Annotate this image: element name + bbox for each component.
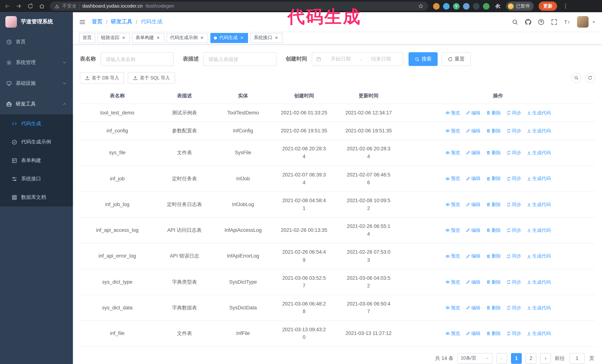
browser-reload-icon[interactable]: [27, 3, 33, 10]
action-sync[interactable]: 同步: [506, 227, 521, 234]
action-preview[interactable]: 预览: [445, 252, 460, 260]
action-edit[interactable]: 编辑: [465, 201, 481, 208]
action-generate[interactable]: 生成代码: [527, 127, 551, 135]
action-preview[interactable]: 预览: [445, 330, 460, 337]
sidebar-item-dev-tools[interactable]: 研发工具: [0, 94, 73, 114]
action-preview[interactable]: 预览: [445, 175, 460, 182]
breadcrumb-home[interactable]: 首页: [92, 18, 102, 25]
search-button[interactable]: 搜索: [408, 52, 438, 66]
sidebar-item-system-api[interactable]: 系统接口: [0, 170, 73, 188]
action-preview[interactable]: 预览: [445, 109, 460, 116]
action-delete[interactable]: 删除: [486, 149, 501, 157]
action-generate[interactable]: 生成代码: [527, 252, 551, 260]
action-sync[interactable]: 同步: [506, 304, 521, 312]
page-button-1[interactable]: 1: [511, 353, 522, 364]
address-bar[interactable]: 不安全 dashboard.yudao.iocoder.cn/tool/code…: [50, 1, 428, 11]
breadcrumb-dev-tools[interactable]: 研发工具: [111, 18, 132, 25]
action-generate[interactable]: 生成代码: [527, 149, 551, 157]
action-delete[interactable]: 删除: [486, 279, 501, 286]
action-sync[interactable]: 同步: [506, 252, 521, 260]
import-sql-button[interactable]: 基于 SQL 导入: [128, 72, 175, 84]
action-delete[interactable]: 删除: [486, 252, 501, 260]
toggle-search-button[interactable]: [571, 73, 581, 83]
refresh-table-button[interactable]: [585, 73, 595, 83]
action-edit[interactable]: 编辑: [465, 127, 481, 135]
browser-update-button[interactable]: 更新: [539, 1, 557, 11]
action-delete[interactable]: 删除: [486, 330, 501, 337]
action-delete[interactable]: 删除: [486, 227, 501, 234]
header-search-icon[interactable]: [512, 19, 518, 25]
close-icon[interactable]: ×: [239, 35, 245, 41]
browser-extension-icon[interactable]: [473, 3, 480, 10]
app-logo[interactable]: 芋道管理系统: [0, 12, 73, 31]
hamburger-icon[interactable]: [79, 19, 86, 25]
browser-extension-icon[interactable]: [463, 3, 470, 10]
font-size-icon[interactable]: TT: [564, 19, 570, 25]
action-sync[interactable]: 同步: [506, 279, 521, 286]
action-generate[interactable]: 生成代码: [527, 109, 551, 116]
sidebar-item-form-builder[interactable]: 表单构建: [0, 151, 73, 170]
action-generate[interactable]: 生成代码: [527, 304, 551, 312]
action-generate[interactable]: 生成代码: [527, 330, 551, 337]
close-icon[interactable]: ×: [274, 35, 279, 41]
action-delete[interactable]: 删除: [486, 127, 501, 135]
action-preview[interactable]: 预览: [445, 149, 460, 157]
close-icon[interactable]: ×: [155, 35, 161, 41]
profile-chip[interactable]: 已暂停: [506, 1, 534, 11]
action-delete[interactable]: 删除: [486, 304, 501, 312]
action-preview[interactable]: 预览: [445, 127, 460, 135]
table-desc-input[interactable]: [204, 52, 277, 66]
action-delete[interactable]: 删除: [486, 175, 501, 182]
action-generate[interactable]: 生成代码: [527, 279, 551, 286]
action-generate[interactable]: 生成代码: [527, 175, 551, 182]
avatar-caret-icon[interactable]: [592, 20, 596, 24]
action-sync[interactable]: 同步: [506, 149, 521, 157]
action-generate[interactable]: 生成代码: [527, 227, 551, 234]
prev-page-button[interactable]: ‹: [496, 353, 507, 364]
tab-system-api[interactable]: 系统接口×: [250, 33, 282, 43]
action-edit[interactable]: 编辑: [465, 330, 481, 337]
sidebar-item-infra[interactable]: 基础设施: [0, 73, 73, 94]
sidebar-item-home[interactable]: 首页: [0, 31, 73, 52]
action-sync[interactable]: 同步: [506, 330, 521, 337]
action-edit[interactable]: 编辑: [465, 227, 481, 234]
action-sync[interactable]: 同步: [506, 175, 521, 182]
action-edit[interactable]: 编辑: [465, 109, 481, 116]
sidebar-item-system[interactable]: 系统管理: [0, 52, 73, 73]
reset-button[interactable]: 重置: [441, 52, 471, 66]
browser-extension-icon[interactable]: V: [453, 3, 460, 10]
tab-codegen-example[interactable]: 代码生成示例×: [167, 33, 208, 43]
action-delete[interactable]: 删除: [486, 201, 501, 208]
sidebar-item-codegen[interactable]: 代码生成: [0, 114, 73, 133]
action-edit[interactable]: 编辑: [465, 252, 481, 260]
action-sync[interactable]: 同步: [506, 109, 521, 116]
close-icon[interactable]: ×: [199, 35, 205, 41]
action-generate[interactable]: 生成代码: [527, 201, 551, 208]
action-edit[interactable]: 编辑: [465, 304, 481, 312]
help-icon[interactable]: [538, 19, 544, 25]
extensions-puzzle-icon[interactable]: [494, 3, 501, 10]
action-preview[interactable]: 预览: [445, 227, 460, 234]
browser-extension-icon[interactable]: [433, 3, 440, 10]
action-preview[interactable]: 预览: [445, 304, 460, 312]
fullscreen-icon[interactable]: [551, 19, 557, 25]
tab-codegen[interactable]: 代码生成×: [210, 33, 248, 43]
action-delete[interactable]: 删除: [486, 109, 501, 116]
create-time-range-picker[interactable]: 开始日期 - 结束日期: [312, 52, 403, 66]
goto-page-input[interactable]: [570, 353, 585, 364]
bookmark-star-icon[interactable]: [418, 3, 423, 9]
page-size-select[interactable]: 10条/页: [457, 353, 493, 364]
action-edit[interactable]: 编辑: [465, 149, 481, 157]
browser-back-icon[interactable]: [4, 3, 10, 10]
browser-menu-icon[interactable]: [562, 3, 569, 10]
sidebar-item-codegen-example[interactable]: 代码生成示例: [0, 133, 73, 151]
browser-extension-icon[interactable]: [443, 3, 450, 10]
sidebar-item-db-doc[interactable]: 数据库文档: [0, 188, 73, 207]
next-page-button[interactable]: ›: [540, 353, 551, 364]
github-icon[interactable]: [525, 19, 531, 25]
action-preview[interactable]: 预览: [445, 201, 460, 208]
import-db-button[interactable]: 基于 DB 导入: [80, 72, 124, 84]
browser-home-icon[interactable]: [38, 3, 45, 10]
action-sync[interactable]: 同步: [506, 127, 521, 135]
tab-trace[interactable]: 链路追踪×: [97, 33, 130, 43]
